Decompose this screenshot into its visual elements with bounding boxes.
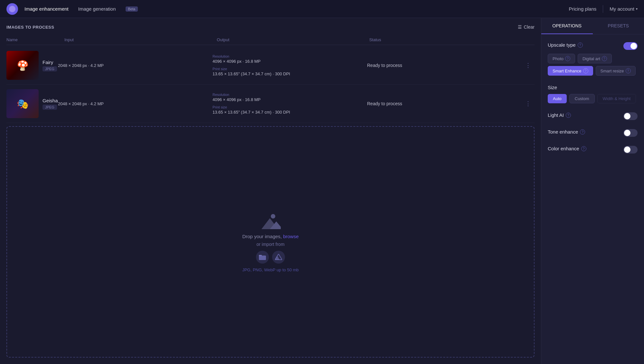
thumbnail-fairy: 🍄 [6, 51, 39, 80]
svg-rect-3 [259, 256, 266, 260]
option-digital-art[interactable]: Digital art ? [578, 54, 612, 63]
upscale-type-row: Upscale type ? [548, 42, 638, 50]
upscale-type-section: Upscale type ? Photo ? Digital art ? [548, 42, 638, 76]
clear-icon: ☰ [518, 24, 522, 30]
image-info-fairy: Fairy JPEG [43, 60, 57, 71]
option-smart-enhance[interactable]: Smart Enhance ? [548, 66, 593, 76]
image-info-geisha: Geisha JPEG [43, 98, 58, 110]
photo-info-icon[interactable]: ? [565, 56, 570, 61]
image-cell-geisha: 🎭 Geisha JPEG [6, 89, 58, 118]
thumbnail-geisha: 🎭 [6, 89, 39, 118]
table-row: 🍄 Fairy JPEG 2048 × 2048 px · 4.2 MP Res… [6, 46, 535, 85]
toggle-knob [624, 113, 630, 119]
upscale-type-info-icon[interactable]: ? [578, 42, 583, 48]
input-cell-geisha: 2048 × 2048 px · 4.2 MP [58, 101, 213, 106]
toggle-knob [624, 146, 630, 153]
col-status: Status [369, 37, 522, 42]
import-drive-button[interactable] [272, 251, 285, 264]
images-header: IMAGES TO PROCESS ☰ Clear [6, 24, 535, 30]
browse-link[interactable]: browse [283, 234, 298, 239]
tabs: OPERATIONS PRESETS [541, 18, 644, 34]
size-section: Size Auto Custom Width & Height [548, 85, 638, 103]
light-ai-row: Light AI ? [548, 112, 638, 120]
col-input: Input [64, 37, 217, 42]
color-enhance-toggle[interactable] [623, 146, 638, 154]
image-name-fairy: Fairy [43, 60, 57, 65]
images-title: IMAGES TO PROCESS [6, 25, 54, 30]
size-options: Auto Custom Width & Height [548, 94, 638, 103]
upscale-options: Photo ? Digital art ? Smart Enhance ? Sm… [548, 54, 638, 76]
output-cell-geisha: Resolution 4096 × 4096 px · 16.8 MP Prin… [213, 93, 367, 115]
table-header: Name Input Output Status [6, 35, 535, 45]
tone-enhance-row: Tone enhance ? [548, 129, 638, 137]
drop-import-text: or import from [256, 242, 284, 247]
pricing-plans-link[interactable]: Pricing plans [569, 6, 596, 12]
drop-zone[interactable]: Drop your images, browse or import from [6, 126, 535, 358]
header: Image enhancement Image generation Beta … [0, 0, 644, 18]
status-cell-geisha: Ready to process [367, 101, 522, 106]
light-ai-label: Light AI ? [548, 112, 571, 118]
color-enhance-info-icon[interactable]: ? [581, 146, 586, 151]
upscale-type-toggle[interactable] [623, 42, 638, 50]
more-options-geisha[interactable]: ⋮ [522, 99, 535, 108]
more-options-fairy[interactable]: ⋮ [522, 61, 535, 70]
settings-panel: Upscale type ? Photo ? Digital art ? [541, 34, 644, 161]
beta-badge: Beta [126, 6, 138, 12]
right-panel: OPERATIONS PRESETS Upscale type ? [541, 18, 644, 364]
my-account-button[interactable]: My account ▾ [610, 6, 638, 12]
import-icons [256, 251, 285, 264]
light-ai-toggle[interactable] [623, 112, 638, 120]
svg-marker-6 [275, 256, 279, 260]
digital-art-info-icon[interactable]: ? [602, 56, 607, 61]
left-panel: IMAGES TO PROCESS ☰ Clear Name Input Out… [0, 18, 541, 364]
color-enhance-row: Color enhance ? [548, 146, 638, 154]
col-output: Output [217, 37, 369, 42]
main-layout: IMAGES TO PROCESS ☰ Clear Name Input Out… [0, 18, 644, 364]
format-badge-geisha: JPEG [43, 105, 57, 110]
toggle-knob [624, 130, 630, 136]
import-folder-button[interactable] [256, 251, 269, 264]
tab-operations[interactable]: OPERATIONS [541, 18, 593, 34]
light-ai-info-icon[interactable]: ? [566, 113, 571, 118]
input-cell-fairy: 2048 × 2048 px · 4.2 MP [58, 63, 213, 68]
size-auto-button[interactable]: Auto [548, 94, 567, 103]
tone-enhance-toggle[interactable] [623, 129, 638, 137]
format-badge-fairy: JPEG [43, 66, 57, 71]
header-right: Pricing plans My account ▾ [569, 5, 638, 13]
app-logo[interactable] [6, 3, 18, 15]
status-cell-fairy: Ready to process [367, 63, 522, 68]
svg-rect-4 [259, 255, 262, 256]
size-label: Size [548, 85, 638, 90]
image-cell-fairy: 🍄 Fairy JPEG [6, 51, 58, 80]
drop-icon [260, 212, 281, 231]
tab-presets[interactable]: PRESETS [593, 18, 644, 34]
size-width-height-button[interactable]: Width & Height [597, 94, 636, 103]
color-enhance-label: Color enhance ? [548, 146, 586, 151]
table-row: 🎭 Geisha JPEG 2048 × 2048 px · 4.2 MP Re… [6, 85, 535, 123]
smart-enhance-info-icon[interactable]: ? [583, 68, 588, 73]
nav-image-enhancement[interactable]: Image enhancement [24, 6, 69, 12]
clear-button[interactable]: ☰ Clear [518, 24, 535, 30]
drop-hint: JPG, PNG, WebP up to 50 mb [242, 267, 298, 272]
tone-enhance-label: Tone enhance ? [548, 129, 585, 135]
tone-enhance-info-icon[interactable]: ? [580, 129, 585, 135]
smart-resize-info-icon[interactable]: ? [626, 68, 631, 73]
header-divider [603, 5, 603, 13]
option-smart-resize[interactable]: Smart resize ? [596, 66, 636, 76]
toggle-knob [630, 43, 637, 49]
drop-text: Drop your images, browse [242, 234, 298, 239]
size-custom-button[interactable]: Custom [569, 94, 595, 103]
thumb-geisha-img: 🎭 [6, 89, 39, 118]
svg-point-0 [271, 214, 275, 219]
upscale-type-label: Upscale type ? [548, 42, 583, 48]
nav-image-generation[interactable]: Image generation [78, 6, 116, 12]
option-photo[interactable]: Photo ? [548, 54, 575, 63]
chevron-down-icon: ▾ [636, 7, 638, 11]
logo-inner [9, 6, 15, 12]
output-cell-fairy: Resolution 4096 × 4096 px · 16.8 MP Prin… [213, 54, 367, 76]
col-name: Name [6, 37, 64, 42]
thumb-fairy-img: 🍄 [6, 51, 39, 80]
main-nav: Image enhancement Image generation Beta [24, 6, 569, 12]
image-name-geisha: Geisha [43, 98, 58, 103]
